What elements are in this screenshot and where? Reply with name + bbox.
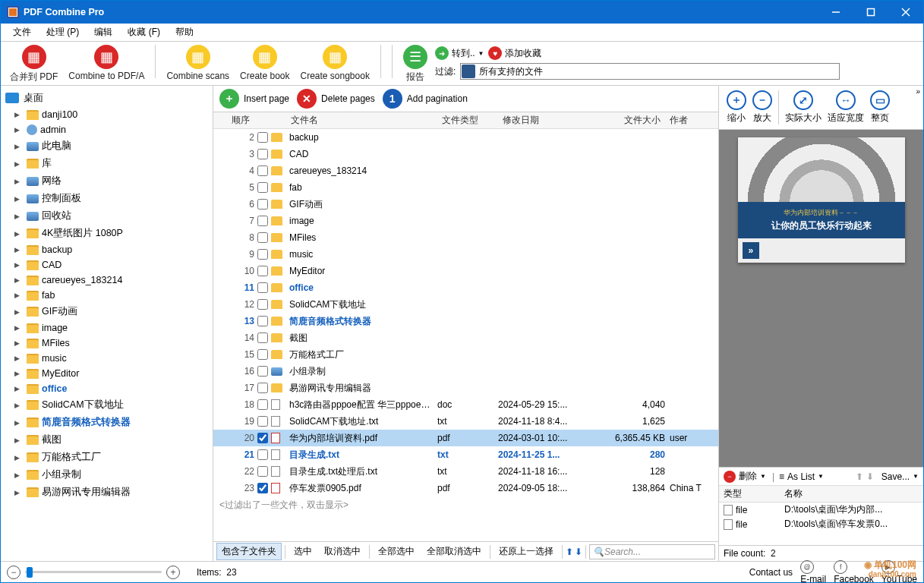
row-checkbox[interactable] [257, 332, 268, 343]
delete-pages-button[interactable]: ✕Delete pages [297, 89, 375, 109]
tree-item[interactable]: ▶简鹿音频格式转换器 [1, 414, 213, 431]
tree-item[interactable]: ▶MyEditor [1, 366, 213, 381]
menu-process[interactable]: 处理 (P) [39, 24, 87, 40]
file-row[interactable]: 23 停车发票0905.pdf pdf 2024-09-05 18:... 13… [213, 480, 718, 496]
tree-item[interactable]: ▶fab [1, 288, 213, 303]
filter-input[interactable] [460, 63, 840, 80]
collapse-panel-icon[interactable]: » [916, 87, 920, 96]
tool-combine-to-pdf/a[interactable]: ▦Combine to PDF/A [65, 45, 147, 84]
tree-item[interactable]: ▶backup [1, 242, 213, 257]
caret-icon[interactable]: ▶ [14, 454, 24, 462]
zoom-slider[interactable] [25, 571, 162, 573]
move-up-icon[interactable]: ⬆ [856, 471, 863, 482]
tree-item[interactable]: ▶小组录制 [1, 466, 213, 484]
add-fav-button[interactable]: ♥添加收藏 [488, 46, 541, 60]
insert-page-button[interactable]: ＋Insert page [219, 89, 289, 109]
file-row[interactable]: 21 目录生成.txt txt 2024-11-25 1... 280 [213, 446, 718, 463]
tree-item[interactable]: ▶careueyes_183214 [1, 273, 213, 288]
file-row[interactable]: 3 CAD [213, 146, 718, 162]
selected-file-row[interactable]: fileD:\tools\桌面\华为内部... [719, 503, 923, 517]
zoom-minus-button[interactable]: − [7, 566, 20, 579]
menu-file[interactable]: 文件 [5, 24, 39, 40]
file-list-header[interactable]: 顺序 文件名 文件类型 修改日期 文件大小 作者 [213, 112, 718, 129]
selected-files-list[interactable]: fileD:\tools\桌面\华为内部...fileD:\tools\桌面\停… [719, 503, 923, 545]
col-name[interactable]: 文件名 [286, 114, 437, 127]
delete-selected-button[interactable]: 删除 [739, 470, 757, 483]
close-button[interactable] [888, 1, 923, 24]
whole-page-button[interactable]: ▭整页 [870, 90, 890, 124]
caret-icon[interactable]: ▶ [14, 195, 24, 203]
row-checkbox[interactable] [257, 249, 268, 260]
facebook-link[interactable]: f Facebook [834, 560, 874, 584]
row-checkbox[interactable] [257, 149, 268, 159]
caret-icon[interactable]: ▶ [14, 339, 24, 347]
file-row[interactable]: 7 image [213, 213, 718, 229]
file-row[interactable]: 6 GIF动画 [213, 196, 718, 213]
caret-icon[interactable]: ▶ [14, 402, 24, 409]
caret-icon[interactable]: ▶ [14, 436, 24, 444]
file-row[interactable]: 13 简鹿音频格式转换器 [213, 313, 718, 329]
file-row[interactable]: 5 fab [213, 179, 718, 196]
caret-icon[interactable]: ▶ [14, 230, 24, 238]
down-arrow-icon[interactable]: ⬇ [575, 547, 582, 557]
row-checkbox[interactable] [257, 483, 268, 493]
tree-item[interactable]: ▶GIF动画 [1, 303, 213, 320]
save-list-button[interactable]: Save... [881, 471, 910, 482]
file-row[interactable]: 19 SolidCAM下载地址.txt txt 2024-11-18 8:4..… [213, 413, 718, 430]
caret-icon[interactable]: ▶ [14, 489, 24, 496]
tool-combine-scans[interactable]: ▦Combine scans [163, 45, 232, 84]
tree-root-desktop[interactable]: 桌面 [1, 89, 213, 107]
col-seq[interactable]: 顺序 [216, 114, 254, 127]
include-subfolders-toggle[interactable]: 包含子文件夹 [216, 543, 282, 560]
tool-create-book[interactable]: ▦Create book [237, 45, 292, 84]
move-down-icon[interactable]: ⬇ [866, 471, 874, 482]
restore-selection-button[interactable]: 还原上一选择 [494, 543, 559, 560]
caret-icon[interactable]: ▶ [14, 143, 24, 150]
file-row[interactable]: 2 backup [213, 129, 718, 146]
zoom-out-button[interactable]: ＋缩小 [727, 90, 746, 124]
file-row[interactable]: 17 易游网讯专用编辑器 [213, 380, 718, 396]
email-link[interactable]: @ E-mail [800, 560, 826, 584]
caret-icon[interactable]: ▶ [14, 385, 24, 392]
col-type-right[interactable]: 类型 [724, 487, 784, 500]
selected-file-row[interactable]: fileD:\tools\桌面\停车发票0... [719, 517, 923, 531]
menu-fav[interactable]: 收藏 (F) [120, 24, 168, 40]
file-row[interactable]: 12 SolidCAM下载地址 [213, 296, 718, 313]
row-checkbox[interactable] [257, 132, 268, 143]
view-as-list-button[interactable]: As List [787, 471, 815, 482]
caret-icon[interactable]: ▶ [14, 292, 24, 299]
tree-item[interactable]: ▶music [1, 351, 213, 366]
uncheck-button[interactable]: 取消选中 [319, 543, 366, 560]
zoom-in-button[interactable]: －放大 [752, 90, 772, 124]
caret-icon[interactable]: ▶ [14, 471, 24, 479]
report-button[interactable]: ☰ 报告 [400, 45, 430, 84]
uncheck-all-button[interactable]: 全部取消选中 [421, 543, 487, 560]
menu-help[interactable]: 帮助 [168, 24, 201, 40]
col-type[interactable]: 文件类型 [437, 114, 498, 127]
add-pagination-button[interactable]: 1Add pagination [383, 89, 468, 109]
actual-size-button[interactable]: ⤢实际大小 [785, 90, 822, 124]
preview-viewport[interactable]: 华为内部培训资料－－－让你的员工快乐行动起来 » [719, 130, 923, 467]
file-row[interactable]: 16 小组录制 [213, 363, 718, 380]
file-row[interactable]: 18 h3c路由器pppoe配置 华三pppoe优秀.doc doc 2024-… [213, 396, 718, 413]
tree-item[interactable]: ▶image [1, 320, 213, 336]
tree-item[interactable]: ▶截图 [1, 431, 213, 449]
tree-item[interactable]: ▶库 [1, 155, 213, 172]
file-row[interactable]: 8 MFiles [213, 229, 718, 246]
row-checkbox[interactable] [257, 199, 268, 210]
caret-icon[interactable]: ▶ [14, 126, 24, 134]
caret-icon[interactable]: ▶ [14, 178, 24, 185]
tree-item[interactable]: ▶danji100 [1, 107, 213, 122]
menu-edit[interactable]: 编辑 [87, 24, 120, 40]
row-checkbox[interactable] [257, 316, 268, 326]
row-checkbox[interactable] [257, 266, 268, 276]
fit-width-button[interactable]: ↔适应宽度 [828, 90, 864, 124]
folder-tree[interactable]: 桌面 ▶danji100▶admin▶此电脑▶库▶网络▶控制面板▶回收站▶4K壁… [1, 86, 213, 561]
tree-item[interactable]: ▶万能格式工厂 [1, 449, 213, 466]
row-checkbox[interactable] [257, 216, 268, 226]
filter-note[interactable]: <过滤出了一些文件，双击显示> [213, 496, 718, 514]
up-arrow-icon[interactable]: ⬆ [566, 547, 573, 557]
row-checkbox[interactable] [257, 165, 268, 176]
file-row[interactable]: 22 目录生成.txt处理后.txt txt 2024-11-18 16:...… [213, 463, 718, 480]
caret-icon[interactable]: ▶ [14, 355, 24, 362]
